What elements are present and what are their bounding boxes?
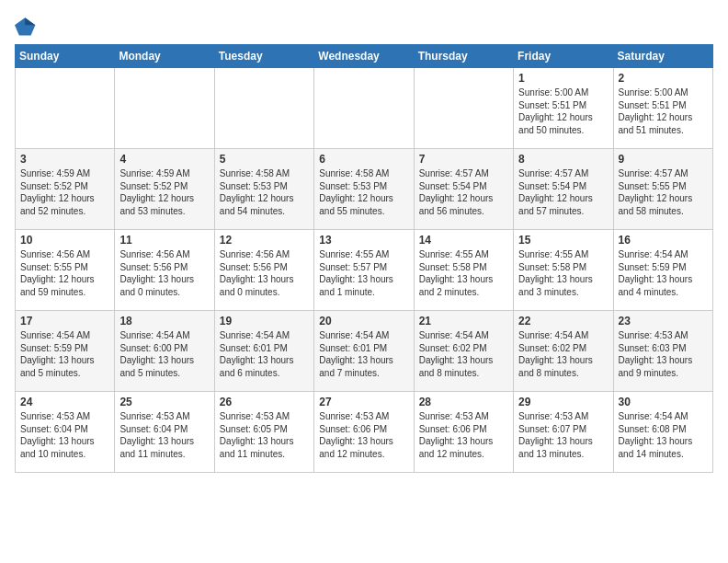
calendar-cell: 2Sunrise: 5:00 AM Sunset: 5:51 PM Daylig… [613,68,712,149]
day-number: 15 [518,234,608,247]
day-info: Sunrise: 4:54 AM Sunset: 6:02 PM Dayligh… [419,329,508,379]
day-number: 26 [220,396,309,408]
calendar-cell [414,68,513,149]
day-info: Sunrise: 4:54 AM Sunset: 6:01 PM Dayligh… [319,329,408,379]
calendar-cell [314,68,414,149]
day-number: 25 [119,396,209,408]
day-number: 11 [119,234,209,247]
calendar-cell: 6Sunrise: 4:58 AM Sunset: 5:53 PM Daylig… [314,149,414,230]
day-info: Sunrise: 4:57 AM Sunset: 5:55 PM Dayligh… [619,167,708,217]
calendar-cell: 15Sunrise: 4:55 AM Sunset: 5:58 PM Dayli… [514,230,613,311]
day-info: Sunrise: 4:55 AM Sunset: 5:57 PM Dayligh… [319,248,408,298]
calendar-header: Sunday Monday Tuesday Wednesday Thursday… [16,45,713,68]
day-info: Sunrise: 4:55 AM Sunset: 5:58 PM Dayligh… [419,248,508,298]
calendar-cell: 8Sunrise: 4:57 AM Sunset: 5:54 PM Daylig… [514,149,613,230]
calendar-week-row: 1Sunrise: 5:00 AM Sunset: 5:51 PM Daylig… [16,68,713,149]
day-number: 24 [20,396,109,408]
day-number: 10 [20,234,109,247]
day-number: 23 [619,315,708,327]
calendar-cell: 18Sunrise: 4:54 AM Sunset: 6:00 PM Dayli… [115,311,214,392]
calendar-cell: 10Sunrise: 4:56 AM Sunset: 5:55 PM Dayli… [16,230,115,311]
day-info: Sunrise: 4:59 AM Sunset: 5:52 PM Dayligh… [119,167,209,217]
day-info: Sunrise: 4:54 AM Sunset: 6:02 PM Dayligh… [518,329,608,379]
day-info: Sunrise: 4:58 AM Sunset: 5:53 PM Dayligh… [220,167,309,217]
day-info: Sunrise: 4:53 AM Sunset: 6:04 PM Dayligh… [20,410,109,460]
calendar-cell: 17Sunrise: 4:54 AM Sunset: 5:59 PM Dayli… [16,311,115,392]
day-number: 18 [119,315,209,327]
day-number: 8 [518,153,608,166]
day-number: 22 [518,315,608,327]
day-info: Sunrise: 5:00 AM Sunset: 5:51 PM Dayligh… [518,86,608,136]
calendar-cell: 24Sunrise: 4:53 AM Sunset: 6:04 PM Dayli… [16,392,115,473]
day-number: 5 [220,153,309,166]
calendar-cell: 14Sunrise: 4:55 AM Sunset: 5:58 PM Dayli… [414,230,513,311]
col-friday: Friday [514,45,613,68]
day-number: 12 [220,234,309,247]
day-number: 7 [419,153,508,166]
day-info: Sunrise: 4:54 AM Sunset: 6:00 PM Dayligh… [119,329,209,379]
day-info: Sunrise: 4:55 AM Sunset: 5:58 PM Dayligh… [518,248,608,298]
calendar-week-row: 10Sunrise: 4:56 AM Sunset: 5:55 PM Dayli… [16,230,713,311]
calendar-cell: 30Sunrise: 4:54 AM Sunset: 6:08 PM Dayli… [613,392,712,473]
logo [15,15,40,37]
day-number: 14 [419,234,508,247]
day-info: Sunrise: 4:53 AM Sunset: 6:06 PM Dayligh… [319,410,408,460]
calendar-cell: 7Sunrise: 4:57 AM Sunset: 5:54 PM Daylig… [414,149,513,230]
day-number: 2 [619,72,708,85]
col-sunday: Sunday [16,45,115,68]
col-saturday: Saturday [613,45,712,68]
calendar-cell: 11Sunrise: 4:56 AM Sunset: 5:56 PM Dayli… [115,230,214,311]
day-info: Sunrise: 4:54 AM Sunset: 5:59 PM Dayligh… [619,248,708,298]
calendar-cell: 12Sunrise: 4:56 AM Sunset: 5:56 PM Dayli… [214,230,313,311]
calendar-cell: 26Sunrise: 4:53 AM Sunset: 6:05 PM Dayli… [214,392,313,473]
calendar-cell: 20Sunrise: 4:54 AM Sunset: 6:01 PM Dayli… [314,311,414,392]
day-number: 21 [419,315,508,327]
calendar-cell: 9Sunrise: 4:57 AM Sunset: 5:55 PM Daylig… [613,149,712,230]
day-info: Sunrise: 4:56 AM Sunset: 5:56 PM Dayligh… [220,248,309,298]
day-info: Sunrise: 4:56 AM Sunset: 5:55 PM Dayligh… [20,248,109,298]
calendar-week-row: 17Sunrise: 4:54 AM Sunset: 5:59 PM Dayli… [16,311,713,392]
day-info: Sunrise: 4:53 AM Sunset: 6:06 PM Dayligh… [419,410,508,460]
calendar-cell [16,68,115,149]
day-info: Sunrise: 4:57 AM Sunset: 5:54 PM Dayligh… [518,167,608,217]
calendar-cell: 5Sunrise: 4:58 AM Sunset: 5:53 PM Daylig… [214,149,313,230]
day-number: 20 [319,315,408,327]
day-info: Sunrise: 4:53 AM Sunset: 6:03 PM Dayligh… [619,329,708,379]
day-number: 1 [518,72,608,85]
day-number: 16 [619,234,708,247]
calendar-cell [214,68,313,149]
day-info: Sunrise: 4:54 AM Sunset: 6:08 PM Dayligh… [619,410,708,460]
calendar-cell [115,68,214,149]
day-number: 30 [619,396,708,408]
calendar-cell: 21Sunrise: 4:54 AM Sunset: 6:02 PM Dayli… [414,311,513,392]
day-info: Sunrise: 4:54 AM Sunset: 5:59 PM Dayligh… [20,329,109,379]
day-number: 9 [619,153,708,166]
day-info: Sunrise: 4:56 AM Sunset: 5:56 PM Dayligh… [119,248,209,298]
day-info: Sunrise: 4:53 AM Sunset: 6:07 PM Dayligh… [518,410,608,460]
day-info: Sunrise: 4:58 AM Sunset: 5:53 PM Dayligh… [319,167,408,217]
calendar-cell: 19Sunrise: 4:54 AM Sunset: 6:01 PM Dayli… [214,311,313,392]
calendar-cell: 23Sunrise: 4:53 AM Sunset: 6:03 PM Dayli… [613,311,712,392]
page-header [15,15,713,37]
calendar-cell: 16Sunrise: 4:54 AM Sunset: 5:59 PM Dayli… [613,230,712,311]
logo-icon [15,15,37,37]
day-number: 13 [319,234,408,247]
day-info: Sunrise: 4:57 AM Sunset: 5:54 PM Dayligh… [419,167,508,217]
day-info: Sunrise: 4:54 AM Sunset: 6:01 PM Dayligh… [220,329,309,379]
calendar-week-row: 24Sunrise: 4:53 AM Sunset: 6:04 PM Dayli… [16,392,713,473]
day-number: 27 [319,396,408,408]
day-number: 6 [319,153,408,166]
day-info: Sunrise: 4:53 AM Sunset: 6:04 PM Dayligh… [119,410,209,460]
day-info: Sunrise: 5:00 AM Sunset: 5:51 PM Dayligh… [619,86,708,136]
day-info: Sunrise: 4:53 AM Sunset: 6:05 PM Dayligh… [220,410,309,460]
header-row: Sunday Monday Tuesday Wednesday Thursday… [16,45,713,68]
calendar-cell: 13Sunrise: 4:55 AM Sunset: 5:57 PM Dayli… [314,230,414,311]
calendar-cell: 25Sunrise: 4:53 AM Sunset: 6:04 PM Dayli… [115,392,214,473]
col-monday: Monday [115,45,214,68]
day-number: 28 [419,396,508,408]
calendar-table: Sunday Monday Tuesday Wednesday Thursday… [15,44,713,473]
calendar-cell: 27Sunrise: 4:53 AM Sunset: 6:06 PM Dayli… [314,392,414,473]
day-number: 19 [220,315,309,327]
day-info: Sunrise: 4:59 AM Sunset: 5:52 PM Dayligh… [20,167,109,217]
calendar-cell: 29Sunrise: 4:53 AM Sunset: 6:07 PM Dayli… [514,392,613,473]
